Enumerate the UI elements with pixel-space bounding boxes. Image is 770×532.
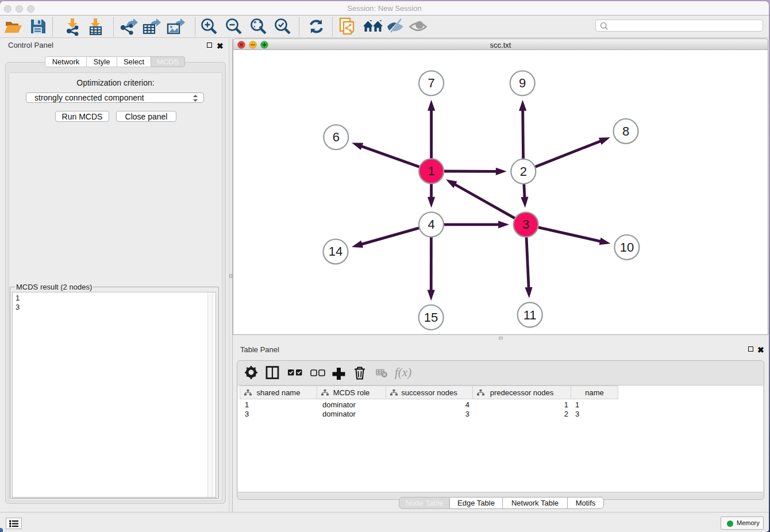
svg-text:8: 8 <box>622 124 629 138</box>
svg-text:15: 15 <box>424 310 438 325</box>
svg-text:14: 14 <box>329 244 342 259</box>
svg-text:2: 2 <box>520 164 527 179</box>
svg-text:1: 1 <box>428 164 434 178</box>
svg-text:9: 9 <box>519 76 526 90</box>
svg-text:3: 3 <box>522 217 529 232</box>
svg-text:4: 4 <box>428 217 434 232</box>
svg-text:10: 10 <box>620 240 634 255</box>
svg-text:11: 11 <box>523 308 537 322</box>
svg-text:f(x): f(x) <box>395 366 411 379</box>
svg-text:7: 7 <box>428 76 434 90</box>
svg-text:6: 6 <box>333 130 340 144</box>
